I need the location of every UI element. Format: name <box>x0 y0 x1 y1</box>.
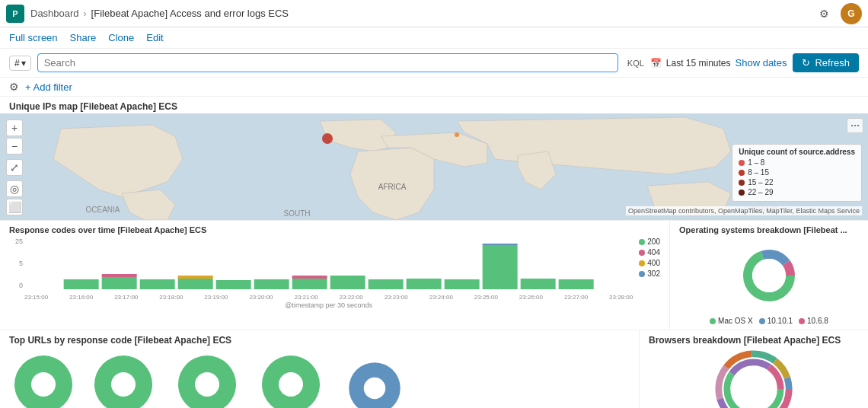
search-input[interactable] <box>37 53 618 72</box>
map-tool-btn-1[interactable]: ◎ <box>6 180 23 197</box>
share-link[interactable]: Share <box>70 32 97 43</box>
top-urls-pies: /: URL /wp-admin/admin-ajax.php?... /?ga… <box>0 347 639 408</box>
pie-2-svg <box>89 350 158 408</box>
nav-bar: Full screen Share Clone Edit <box>0 27 868 49</box>
map-legend: Unique count of source.address 1 – 8 8 –… <box>732 144 862 202</box>
svg-rect-12 <box>178 276 213 279</box>
map-zoom-out-btn[interactable]: − <box>6 138 23 155</box>
legend-dot-3 <box>739 180 745 186</box>
top-bar-icons: ⚙ G <box>813 3 862 24</box>
page-title: [Filebeat Apache] Access and error logs … <box>91 8 289 19</box>
svg-point-28 <box>752 259 786 292</box>
query-bar: # ▾ KQL 📅 Last 15 minutes Show dates ↻ R… <box>0 49 868 78</box>
time-area: 📅 Last 15 minutes Show dates <box>650 57 787 69</box>
legend-302: 302 <box>639 269 660 278</box>
svg-rect-13 <box>216 280 251 289</box>
calendar-icon[interactable]: 📅 <box>650 58 662 69</box>
pie-item-2: /wp-admin/admin-ajax.php?... <box>85 350 161 408</box>
bottom-row: Top URLs by response code [Filebeat Apac… <box>0 330 868 408</box>
settings-icon-btn[interactable]: ⚙ <box>813 3 834 24</box>
svg-rect-23 <box>521 279 556 289</box>
breadcrumb-separator: › <box>84 8 87 19</box>
legend-title: Unique count of source.address <box>739 148 855 156</box>
add-filter-button[interactable]: + Add filter <box>25 81 72 93</box>
map-tool-btn-2[interactable]: ⬜ <box>6 199 23 215</box>
legend-item-2: 8 – 15 <box>739 168 855 177</box>
charts-row-1: Response codes over time [Filebeat Apach… <box>0 221 868 330</box>
os-chart-panel: Operating systems breakdown [Filebeat ..… <box>670 221 868 330</box>
svg-rect-21 <box>483 245 518 289</box>
map-title: Unique IPs map [Filebeat Apache] ECS <box>0 97 868 113</box>
field-type-selector[interactable]: # ▾ <box>9 56 31 71</box>
legend-dot-404 <box>639 250 645 256</box>
pie-item-1: /: URL <box>9 350 78 408</box>
top-urls-title: Top URLs by response code [Filebeat Apac… <box>0 330 639 347</box>
legend-dot-302 <box>639 271 645 277</box>
edit-link[interactable]: Edit <box>146 32 163 43</box>
map-attribution: OpenStreetMap contributors, OpenMapTiles… <box>626 206 862 215</box>
legend-dot-400 <box>639 260 645 266</box>
os-donut-legend: Mac OS X 10.10.1 10.6.8 <box>679 317 859 325</box>
legend-item-1: 1 – 8 <box>739 158 855 167</box>
pie-5-svg <box>344 358 405 408</box>
refresh-button[interactable]: ↻ Refresh <box>793 53 859 72</box>
browsers-title: Browsers breakdown [Filebeat Apache] ECS <box>640 330 868 347</box>
svg-rect-17 <box>330 276 365 289</box>
pie-4-svg <box>257 350 325 408</box>
clone-link[interactable]: Clone <box>108 32 134 43</box>
map-fullscreen-btn[interactable]: ⤢ <box>6 159 23 176</box>
browsers-donut-svg <box>700 347 807 408</box>
svg-rect-20 <box>445 279 480 289</box>
os-legend-10101: 10.10.1 <box>759 317 793 325</box>
os-donut-svg <box>739 245 799 306</box>
map-section: Unique IPs map [Filebeat Apache] ECS OCE… <box>0 97 868 221</box>
legend-404: 404 <box>639 248 660 257</box>
user-avatar[interactable]: G <box>841 3 862 24</box>
pie-item-5: /jquery-datatables-with-dyn... <box>337 358 413 408</box>
legend-200: 200 <box>639 237 660 246</box>
svg-rect-11 <box>178 279 213 289</box>
response-chart-content: Response codes over time [Filebeat Apach… <box>0 221 669 314</box>
svg-point-32 <box>111 372 136 397</box>
bar-chart-svg <box>24 237 633 291</box>
svg-rect-24 <box>559 279 594 289</box>
os-chart-content: Operating systems breakdown [Filebeat ..… <box>670 221 868 330</box>
dashboard-label: Dashboard <box>30 8 79 19</box>
filter-gear-icon[interactable]: ⚙ <box>9 81 19 93</box>
time-range-label: Last 15 minutes <box>666 58 731 69</box>
pie-3-svg <box>173 350 241 408</box>
svg-rect-15 <box>292 279 327 289</box>
svg-rect-18 <box>369 279 404 289</box>
os-dot-10101 <box>759 318 765 324</box>
legend-400: 400 <box>639 259 660 267</box>
os-legend-macosx: Mac OS X <box>710 317 753 325</box>
svg-rect-19 <box>407 279 442 289</box>
response-chart-panel: Response codes over time [Filebeat Apach… <box>0 221 670 330</box>
os-donut-area <box>679 237 859 314</box>
pie-1-svg <box>9 350 78 408</box>
map-tools: + − ⤢ ◎ ⬜ <box>6 120 23 215</box>
svg-point-6 <box>455 132 459 137</box>
response-chart-legend: 200 404 400 302 <box>639 237 660 278</box>
svg-point-30 <box>31 372 56 397</box>
top-bar: P Dashboard › [Filebeat Apache] Access a… <box>0 0 868 27</box>
svg-point-34 <box>195 372 219 397</box>
legend-dot-200 <box>639 239 645 245</box>
pie-item-4: /exporting-and-importing-vis... <box>253 350 329 408</box>
map-more-button[interactable]: ⋯ <box>847 118 863 133</box>
pie-item-3: /?ga_action=googleanalytics_... <box>169 350 245 408</box>
show-dates-button[interactable]: Show dates <box>736 57 787 69</box>
map-container[interactable]: OCEANIA SOUTH AFRICA OCEANIA + − ⤢ ◎ ⬜ ⋯… <box>0 113 868 220</box>
browsers-content: PingdomBot WordPress Edge bingbot 1.4 <box>640 347 868 408</box>
svg-rect-10 <box>140 279 175 289</box>
legend-dot-2 <box>739 170 745 176</box>
os-dot-macosx <box>710 318 716 324</box>
refresh-icon: ↻ <box>802 57 810 69</box>
bar-chart-x-labels: 23:15:00 23:16:00 23:17:00 23:18:00 23:1… <box>24 294 633 301</box>
svg-text:OCEANIA: OCEANIA <box>85 206 120 214</box>
svg-point-49 <box>734 369 774 408</box>
svg-point-5 <box>322 133 333 144</box>
full-screen-link[interactable]: Full screen <box>9 32 58 43</box>
map-zoom-in-btn[interactable]: + <box>6 120 23 136</box>
svg-rect-14 <box>254 279 289 289</box>
